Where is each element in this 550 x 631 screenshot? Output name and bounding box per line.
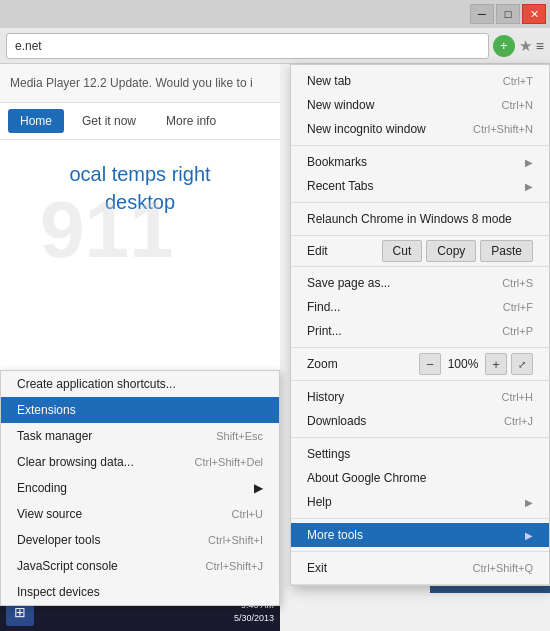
add-tab-icon[interactable]: + — [493, 35, 515, 57]
more-tools-submenu: Create application shortcuts... Extensio… — [0, 370, 280, 606]
menu-section-settings: Settings About Google Chrome Help ▶ — [291, 438, 549, 519]
history-item[interactable]: History Ctrl+H — [291, 385, 549, 409]
zoom-in-button[interactable]: + — [485, 353, 507, 375]
close-button[interactable]: ✕ — [522, 4, 546, 24]
new-incognito-item[interactable]: New incognito window Ctrl+Shift+N — [291, 117, 549, 141]
bookmarks-item[interactable]: Bookmarks ▶ — [291, 150, 549, 174]
bookmark-star-icon[interactable]: ★ — [519, 37, 532, 55]
zoom-value: 100% — [445, 357, 481, 371]
inspect-devices-item[interactable]: Inspect devices — [1, 579, 279, 605]
extensions-item[interactable]: Extensions — [1, 397, 279, 423]
page-nav: Home Get it now More info — [0, 103, 280, 140]
developer-tools-item[interactable]: Developer tools Ctrl+Shift+I — [1, 527, 279, 553]
menu-section-new: New tab Ctrl+T New window Ctrl+N New inc… — [291, 65, 549, 146]
address-bar-area: e.net + ★ ≡ — [0, 28, 550, 64]
menu-section-bookmarks: Bookmarks ▶ Recent Tabs ▶ — [291, 146, 549, 203]
copy-button[interactable]: Copy — [426, 240, 476, 262]
relaunch-item[interactable]: Relaunch Chrome in Windows 8 mode — [291, 207, 549, 231]
about-item[interactable]: About Google Chrome — [291, 466, 549, 490]
paste-button[interactable]: Paste — [480, 240, 533, 262]
print-item[interactable]: Print... Ctrl+P — [291, 319, 549, 343]
toolbar-icons: + ★ ≡ — [493, 35, 544, 57]
clear-browsing-data-item[interactable]: Clear browsing data... Ctrl+Shift+Del — [1, 449, 279, 475]
javascript-console-item[interactable]: JavaScript console Ctrl+Shift+J — [1, 553, 279, 579]
menu-section-history: History Ctrl+H Downloads Ctrl+J — [291, 381, 549, 438]
exit-item[interactable]: Exit Ctrl+Shift+Q — [291, 556, 549, 580]
zoom-label: Zoom — [307, 357, 419, 371]
settings-item[interactable]: Settings — [291, 442, 549, 466]
title-bar: ─ □ ✕ — [0, 0, 550, 28]
watermark: 911 — [40, 184, 173, 276]
more-info-nav-button[interactable]: More info — [154, 109, 228, 133]
taskbar-date-value: 5/30/2013 — [234, 612, 274, 625]
new-window-item[interactable]: New window Ctrl+N — [291, 93, 549, 117]
chrome-menu-icon[interactable]: ≡ — [536, 38, 544, 54]
menu-section-more-tools: More tools ▶ — [291, 519, 549, 552]
encoding-item[interactable]: Encoding ▶ — [1, 475, 279, 501]
recent-tabs-item[interactable]: Recent Tabs ▶ — [291, 174, 549, 198]
maximize-button[interactable]: □ — [496, 4, 520, 24]
address-input[interactable]: e.net — [6, 33, 489, 59]
save-page-item[interactable]: Save page as... Ctrl+S — [291, 271, 549, 295]
url-text: e.net — [15, 39, 42, 53]
zoom-row: Zoom − 100% + ⤢ — [291, 348, 549, 381]
new-tab-item[interactable]: New tab Ctrl+T — [291, 69, 549, 93]
create-shortcuts-item[interactable]: Create application shortcuts... — [1, 371, 279, 397]
view-source-item[interactable]: View source Ctrl+U — [1, 501, 279, 527]
home-nav-button[interactable]: Home — [8, 109, 64, 133]
edit-label: Edit — [307, 244, 378, 258]
menu-section-save: Save page as... Ctrl+S Find... Ctrl+F Pr… — [291, 267, 549, 348]
page-banner: Media Player 12.2 Update. Would you like… — [0, 64, 280, 103]
fullscreen-button[interactable]: ⤢ — [511, 353, 533, 375]
task-manager-item[interactable]: Task manager Shift+Esc — [1, 423, 279, 449]
find-item[interactable]: Find... Ctrl+F — [291, 295, 549, 319]
downloads-item[interactable]: Downloads Ctrl+J — [291, 409, 549, 433]
menu-section-exit: Exit Ctrl+Shift+Q — [291, 552, 549, 585]
get-it-now-nav-button[interactable]: Get it now — [70, 109, 148, 133]
menu-section-relaunch: Relaunch Chrome in Windows 8 mode — [291, 203, 549, 236]
zoom-controls: − 100% + ⤢ — [419, 353, 533, 375]
zoom-out-button[interactable]: − — [419, 353, 441, 375]
title-bar-buttons: ─ □ ✕ — [470, 4, 546, 24]
more-tools-item[interactable]: More tools ▶ — [291, 523, 549, 547]
menu-edit-row: Edit Cut Copy Paste — [291, 236, 549, 267]
help-item[interactable]: Help ▶ — [291, 490, 549, 514]
minimize-button[interactable]: ─ — [470, 4, 494, 24]
chrome-dropdown-menu: New tab Ctrl+T New window Ctrl+N New inc… — [290, 64, 550, 586]
cut-button[interactable]: Cut — [382, 240, 423, 262]
